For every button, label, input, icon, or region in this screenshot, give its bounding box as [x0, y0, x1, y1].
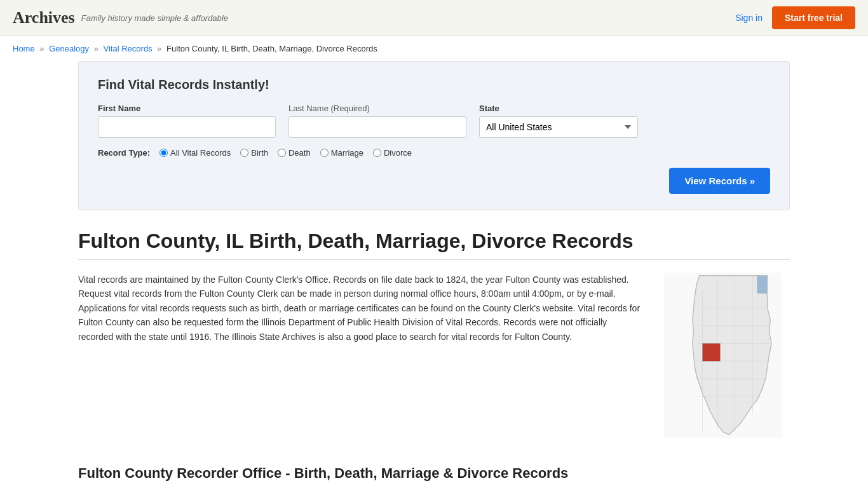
radio-birth-input[interactable] [240, 149, 248, 157]
record-type-row: Record Type: All Vital Records Birth Dea… [98, 148, 770, 158]
radio-divorce-input[interactable] [373, 149, 381, 157]
first-name-input[interactable] [98, 116, 276, 138]
radio-birth-label: Birth [251, 148, 268, 158]
page-title: Fulton County, IL Birth, Death, Marriage… [78, 229, 790, 260]
svg-rect-11 [703, 343, 721, 361]
breadcrumb-sep-2: » [94, 44, 98, 53]
breadcrumb-vital-records[interactable]: Vital Records [104, 44, 153, 53]
first-name-group: First Name [98, 104, 276, 138]
view-records-button[interactable]: View Records » [669, 168, 770, 194]
header-right: Sign in Start free trial [735, 6, 855, 29]
radio-divorce-label: Divorce [384, 148, 412, 158]
search-box: Find Vital Records Instantly! First Name… [78, 61, 790, 210]
last-name-input[interactable] [288, 116, 466, 138]
radio-marriage-label: Marriage [331, 148, 363, 158]
radio-divorce[interactable]: Divorce [373, 148, 412, 158]
radio-all-input[interactable] [159, 149, 168, 157]
state-group: State All United StatesIllinoisAlabamaAl… [479, 104, 638, 138]
search-box-title: Find Vital Records Instantly! [98, 78, 770, 92]
main-content: Find Vital Records Instantly! First Name… [65, 61, 803, 488]
radio-birth[interactable]: Birth [240, 148, 268, 158]
record-type-label: Record Type: [98, 148, 150, 158]
site-logo: Archives [13, 8, 75, 27]
breadcrumb-home[interactable]: Home [13, 44, 35, 53]
map-container [663, 273, 790, 440]
radio-marriage-input[interactable] [320, 149, 329, 157]
search-form-row: First Name Last Name (Required) State Al… [98, 104, 770, 138]
content-section: Vital records are maintained by the Fult… [78, 273, 790, 440]
content-text: Vital records are maintained by the Fult… [78, 273, 644, 440]
logo-text: Archives [13, 8, 75, 27]
radio-group: All Vital Records Birth Death Marriage D… [159, 148, 412, 158]
state-label: State [479, 104, 638, 113]
site-tagline: Family history made simple & affordable [81, 13, 228, 23]
breadcrumb-sep-1: » [39, 44, 44, 53]
radio-all[interactable]: All Vital Records [159, 148, 231, 158]
breadcrumb-sep-3: » [157, 44, 161, 53]
breadcrumb-genealogy[interactable]: Genealogy [49, 44, 89, 53]
radio-marriage[interactable]: Marriage [320, 148, 363, 158]
svg-rect-12 [757, 276, 768, 294]
sign-in-link[interactable]: Sign in [735, 13, 763, 23]
illinois-map [663, 273, 783, 438]
start-trial-button[interactable]: Start free trial [772, 6, 855, 29]
site-header: Archives Family history made simple & af… [0, 0, 868, 36]
btn-row: View Records » [98, 168, 770, 194]
recorder-title: Fulton County Recorder Office - Birth, D… [78, 459, 790, 482]
breadcrumb: Home » Genealogy » Vital Records » Fulto… [0, 36, 868, 61]
header-left: Archives Family history made simple & af… [13, 8, 228, 27]
recorder-section: Fulton County Recorder Office - Birth, D… [78, 459, 790, 488]
last-name-label: Last Name (Required) [288, 104, 466, 113]
content-description: Vital records are maintained by the Fult… [78, 273, 644, 344]
radio-all-label: All Vital Records [170, 148, 231, 158]
radio-death-input[interactable] [278, 149, 286, 157]
radio-death-label: Death [288, 148, 311, 158]
state-select[interactable]: All United StatesIllinoisAlabamaAlaskaAr… [479, 116, 638, 138]
radio-death[interactable]: Death [278, 148, 311, 158]
last-name-group: Last Name (Required) [288, 104, 466, 138]
breadcrumb-current: Fulton County, IL Birth, Death, Marriage… [166, 44, 377, 53]
first-name-label: First Name [98, 104, 276, 113]
